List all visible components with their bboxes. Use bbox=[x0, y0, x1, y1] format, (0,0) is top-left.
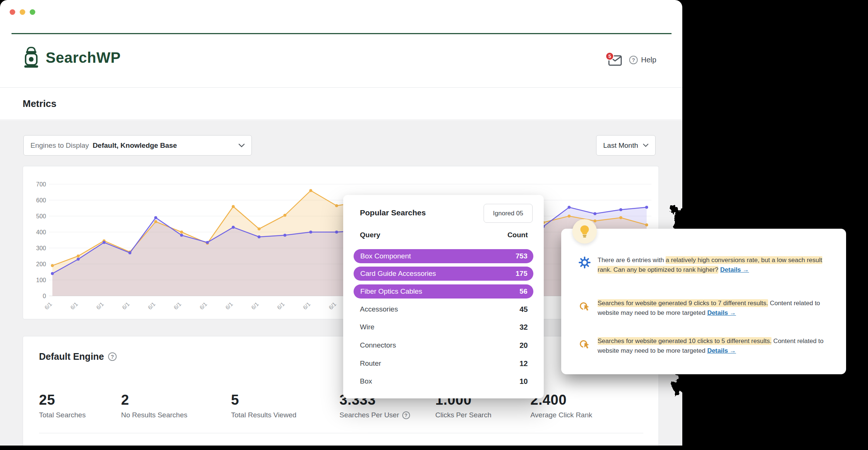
query-label: Wire bbox=[360, 323, 374, 331]
svg-text:6/1: 6/1 bbox=[95, 301, 105, 311]
svg-text:6/1: 6/1 bbox=[198, 301, 208, 311]
details-link[interactable]: Details → bbox=[720, 266, 749, 273]
popular-search-bar: Card Guide Accessories 175 bbox=[354, 267, 533, 281]
stat-label: Clicks Per Search bbox=[435, 411, 491, 419]
insight-text-highlight: Searches for website generated 9 clicks … bbox=[598, 299, 768, 307]
minimize-window-button[interactable] bbox=[20, 9, 25, 15]
popular-search-bar: Fiber Optics Cables 56 bbox=[354, 284, 533, 299]
details-link[interactable]: Details → bbox=[707, 309, 736, 316]
searches-per-user-help-icon[interactable]: ? bbox=[402, 411, 410, 419]
svg-text:6/1: 6/1 bbox=[43, 301, 53, 311]
query-label: Box bbox=[360, 377, 372, 385]
chevron-down-icon bbox=[238, 144, 245, 147]
insights-card: There are 6 entries with a relatively hi… bbox=[561, 229, 846, 374]
stat-label: Total Results Viewed bbox=[231, 411, 296, 419]
count-value: 10 bbox=[520, 377, 528, 386]
svg-text:6/1: 6/1 bbox=[147, 301, 157, 311]
svg-text:300: 300 bbox=[36, 245, 46, 251]
stat-total-results-viewed: 5 Total Results Viewed bbox=[231, 392, 296, 419]
svg-text:6/1: 6/1 bbox=[276, 301, 286, 311]
count-value: 56 bbox=[520, 287, 527, 296]
engine-stats-row: 25 Total Searches 2 No Results Searches … bbox=[23, 392, 659, 429]
page-title: Metrics bbox=[23, 98, 56, 110]
popular-search-row: Accessories 45 bbox=[360, 304, 528, 314]
insight-text-highlight: Searches for website generated 10 clicks… bbox=[598, 337, 771, 345]
count-value: 753 bbox=[516, 252, 527, 260]
query-label: Fiber Optics Cables bbox=[360, 287, 422, 296]
count-value: 45 bbox=[520, 305, 528, 314]
date-range-value: Last Month bbox=[603, 141, 638, 150]
close-window-button[interactable] bbox=[10, 9, 15, 15]
notifications-button[interactable]: 5 bbox=[605, 52, 625, 69]
count-value: 32 bbox=[520, 323, 528, 332]
svg-text:500: 500 bbox=[36, 213, 46, 219]
svg-text:6/1: 6/1 bbox=[121, 301, 131, 311]
popular-searches-card: Popular Searches Ignored 05 Query Count … bbox=[343, 195, 544, 398]
stat-no-results-searches: 2 No Results Searches bbox=[121, 392, 187, 419]
stat-label: Searches Per User ? bbox=[339, 411, 410, 419]
query-label: Box Component bbox=[360, 252, 411, 260]
lightbulb-badge bbox=[572, 219, 597, 244]
insight-text: Searches for website generated 9 clicks … bbox=[598, 299, 825, 318]
svg-text:600: 600 bbox=[36, 197, 46, 203]
popular-search-row: Connectors 20 bbox=[360, 340, 528, 350]
engine-help-icon[interactable]: ? bbox=[108, 352, 117, 361]
popular-search-row: Router 12 bbox=[360, 358, 528, 369]
query-label: Router bbox=[360, 359, 381, 368]
svg-text:6/1: 6/1 bbox=[302, 301, 312, 311]
svg-text:6/1: 6/1 bbox=[172, 301, 182, 311]
popular-search-row: Wire 32 bbox=[360, 322, 528, 332]
help-label: Help bbox=[641, 56, 656, 64]
page-title-bar: Metrics bbox=[0, 87, 682, 120]
query-column-header: Query bbox=[360, 231, 380, 239]
stat-value: 25 bbox=[39, 392, 86, 408]
click-icon bbox=[578, 337, 591, 350]
divider bbox=[39, 433, 643, 433]
insight-item: Searches for website generated 10 clicks… bbox=[578, 336, 825, 356]
svg-text:100: 100 bbox=[36, 277, 46, 283]
ignored-searches-button[interactable]: Ignored 05 bbox=[484, 204, 533, 223]
engines-select-value: Default, Knowledge Base bbox=[92, 141, 177, 150]
query-label: Connectors bbox=[360, 341, 396, 349]
traffic-lights bbox=[10, 9, 35, 15]
count-column-header: Count bbox=[507, 231, 528, 239]
svg-text:700: 700 bbox=[36, 181, 46, 188]
searchwp-lantern-icon bbox=[22, 47, 41, 68]
stat-value: 5 bbox=[231, 392, 296, 408]
svg-text:0: 0 bbox=[43, 293, 46, 299]
details-link[interactable]: Details → bbox=[707, 347, 736, 354]
help-question-icon: ? bbox=[629, 56, 638, 64]
lightbulb-icon bbox=[579, 225, 590, 238]
svg-text:400: 400 bbox=[36, 229, 46, 235]
engines-select-label: Engines to Display bbox=[30, 141, 89, 150]
query-label: Accessories bbox=[360, 305, 398, 313]
svg-text:6/1: 6/1 bbox=[328, 301, 338, 311]
count-value: 20 bbox=[520, 341, 528, 350]
zoom-window-button[interactable] bbox=[30, 9, 35, 15]
insight-text: Searches for website generated 10 clicks… bbox=[598, 336, 825, 356]
engine-section-title: Default Engine bbox=[39, 351, 104, 362]
brand-logo-row: SearchWP bbox=[22, 47, 121, 68]
count-value: 175 bbox=[516, 270, 527, 278]
help-button[interactable]: ? Help bbox=[629, 56, 656, 64]
popular-search-bar: Box Component 753 bbox=[354, 249, 533, 263]
stat-value: 2 bbox=[121, 392, 187, 408]
insight-text: There are 6 entries with a relatively hi… bbox=[598, 255, 825, 275]
notification-count-badge: 5 bbox=[605, 52, 614, 61]
insight-item: Searches for website generated 9 clicks … bbox=[578, 299, 825, 318]
insight-text-plain: There are 6 entries with bbox=[598, 257, 666, 264]
click-icon bbox=[578, 299, 591, 312]
brand-name: SearchWP bbox=[46, 49, 121, 66]
stat-label: Total Searches bbox=[39, 411, 86, 419]
gear-icon bbox=[578, 256, 591, 269]
svg-text:6/1: 6/1 bbox=[69, 301, 79, 311]
date-range-select[interactable]: Last Month bbox=[596, 135, 656, 156]
svg-text:6/1: 6/1 bbox=[224, 301, 234, 311]
screenshot-canvas: SearchWP 5 ? Help Metrics Engines to Dis… bbox=[0, 0, 868, 450]
svg-text:200: 200 bbox=[36, 261, 46, 267]
count-value: 12 bbox=[520, 359, 528, 368]
popular-search-row: Box 10 bbox=[360, 376, 528, 387]
stat-total-searches: 25 Total Searches bbox=[39, 392, 86, 419]
engines-to-display-select[interactable]: Engines to Display Default, Knowledge Ba… bbox=[23, 135, 252, 156]
brand-top-rule bbox=[12, 33, 672, 34]
